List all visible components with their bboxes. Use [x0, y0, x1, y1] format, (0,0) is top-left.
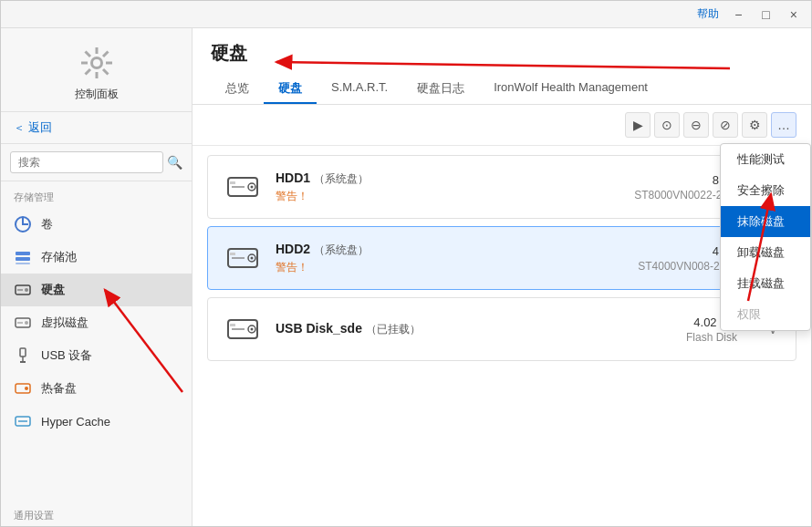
tab-harddisk[interactable]: 硬盘 — [264, 75, 317, 104]
hypercache-icon — [14, 412, 32, 430]
check-button[interactable]: ⊘ — [713, 112, 738, 138]
disk-item-hdd1[interactable]: HDD1（系统盘） 警告！ 8.00 TB ST8000VN0022-2EL11… — [207, 155, 796, 219]
tab-overview[interactable]: 总览 — [211, 75, 264, 104]
menu-permission: 权限 — [721, 299, 810, 330]
menu-unmount[interactable]: 卸载磁盘 — [721, 237, 810, 268]
hdd2-info: HDD2（系统盘） 警告！ — [276, 242, 638, 275]
svg-rect-20 — [20, 348, 26, 356]
body-area: 控制面板 ＜ 返回 🔍 存储管理 卷 — [1, 28, 811, 526]
harddisk-icon — [14, 281, 32, 299]
sidebar-item-label-vdisk: 虚拟磁盘 — [41, 315, 88, 331]
restore-button[interactable]: □ — [757, 6, 774, 23]
minus-button[interactable]: ⊖ — [683, 112, 709, 138]
svg-point-34 — [251, 257, 254, 260]
hdd2-icon — [223, 238, 263, 278]
svg-rect-36 — [230, 253, 235, 255]
svg-point-1 — [93, 59, 100, 67]
svg-rect-41 — [230, 324, 235, 326]
sidebar-header: 控制面板 — [1, 28, 192, 112]
menu-mount[interactable]: 挂载磁盘 — [721, 268, 810, 299]
usb-icon — [14, 346, 32, 365]
svg-point-39 — [251, 328, 254, 331]
svg-rect-11 — [16, 252, 30, 255]
sidebar-item-usb[interactable]: USB 设备 — [1, 339, 192, 372]
sidebar-item-label-volumes: 卷 — [41, 216, 53, 232]
search-input[interactable] — [10, 151, 163, 173]
sidebar-item-label-usb: USB 设备 — [41, 347, 92, 364]
control-panel-icon — [78, 45, 115, 81]
back-arrow-icon: ＜ — [14, 120, 25, 136]
sidebar-item-storage-pool[interactable]: 存储池 — [1, 241, 192, 274]
svg-line-7 — [103, 69, 109, 75]
sidebar-item-label-hotspare: 热备盘 — [41, 380, 77, 397]
svg-point-24 — [25, 387, 28, 390]
context-menu: 性能测试 安全擦除 抹除磁盘 卸载磁盘 挂载磁盘 权限 — [720, 143, 811, 331]
vdisk-icon — [14, 314, 32, 332]
back-button[interactable]: ＜ 返回 — [1, 112, 192, 144]
hotspare-icon — [14, 379, 32, 398]
menu-format[interactable]: 抹除磁盘 — [721, 206, 810, 237]
svg-rect-12 — [16, 257, 30, 261]
sidebar: 控制面板 ＜ 返回 🔍 存储管理 卷 — [1, 28, 193, 526]
tab-bar: 总览 硬盘 S.M.A.R.T. 硬盘日志 IronWolf Health Ma… — [211, 75, 793, 104]
tab-ironwolf[interactable]: IronWolf Health Management — [479, 75, 662, 104]
storage-pool-icon — [14, 248, 32, 266]
svg-rect-13 — [16, 263, 30, 264]
sidebar-item-label-harddisk: 硬盘 — [41, 282, 65, 298]
sidebar-app-title: 控制面板 — [75, 87, 119, 102]
svg-point-18 — [25, 321, 28, 325]
usb-sde-icon — [223, 309, 263, 349]
volumes-icon — [14, 215, 32, 233]
main-header: 硬盘 总览 硬盘 S.M.A.R.T. 硬盘日志 IronWolf Health… — [193, 28, 811, 105]
tab-disklog[interactable]: 硬盘日志 — [402, 75, 479, 104]
hdd1-info: HDD1（系统盘） 警告！ — [276, 170, 634, 204]
hdd1-name: HDD1（系统盘） — [276, 170, 634, 187]
stop-button[interactable]: ⊙ — [654, 112, 680, 138]
close-button[interactable]: × — [786, 6, 802, 23]
sidebar-item-label-storage-pool: 存储池 — [41, 249, 77, 265]
hdd1-icon — [223, 167, 263, 207]
menu-secure-erase[interactable]: 安全擦除 — [721, 175, 810, 206]
titlebar: 帮助 − □ × — [1, 1, 811, 28]
section-storage-label: 存储管理 — [1, 181, 192, 208]
search-box: 🔍 — [1, 144, 192, 181]
disk-item-usb-sde[interactable]: USB Disk_sde（已挂载） 4.02 GB Flash Disk ∨ — [207, 297, 796, 361]
sidebar-item-hotspare[interactable]: 热备盘 — [1, 372, 192, 405]
main-window: 帮助 − □ × — [0, 0, 812, 527]
search-button[interactable]: 🔍 — [167, 155, 182, 170]
svg-line-6 — [85, 52, 90, 57]
tab-smart[interactable]: S.M.A.R.T. — [317, 75, 402, 104]
hdd1-warning: 警告！ — [276, 189, 634, 204]
hdd2-badge: （系统盘） — [314, 243, 369, 256]
back-label: 返回 — [28, 119, 52, 136]
sidebar-item-volumes[interactable]: 卷 — [1, 208, 192, 241]
svg-line-8 — [103, 52, 109, 57]
play-button[interactable]: ▶ — [625, 112, 651, 138]
page-title: 硬盘 — [211, 41, 793, 66]
usb-sde-name: USB Disk_sde（已挂载） — [276, 321, 646, 337]
svg-point-29 — [251, 186, 254, 189]
usb-sde-badge: （已挂载） — [366, 323, 421, 336]
main-toolbar: ▶ ⊙ ⊖ ⊘ ⚙ … 性能测试 安全擦除 抹除磁盘 卸载磁盘 挂载磁盘 权限 — [193, 105, 811, 146]
section-general-label: 通用设置 — [1, 500, 192, 526]
sidebar-item-hypercache[interactable]: Hyper Cache — [1, 405, 192, 438]
svg-point-15 — [25, 288, 28, 292]
sidebar-item-harddisk[interactable]: 硬盘 — [1, 274, 192, 306]
sidebar-item-label-hypercache: Hyper Cache — [41, 415, 110, 429]
help-link[interactable]: 帮助 — [697, 6, 719, 22]
disk-item-hdd2[interactable]: HDD2（系统盘） 警告！ 4.00 TB ST4000VN008-2DR166 — [207, 226, 796, 290]
gear-button[interactable]: ⚙ — [742, 112, 767, 138]
svg-line-9 — [85, 69, 90, 75]
disk-list: HDD1（系统盘） 警告！ 8.00 TB ST8000VN0022-2EL11… — [193, 146, 811, 526]
svg-rect-31 — [230, 181, 235, 184]
more-button[interactable]: … — [771, 112, 796, 138]
menu-benchmark[interactable]: 性能测试 — [721, 144, 810, 175]
minimize-button[interactable]: − — [730, 6, 746, 23]
usb-sde-info: USB Disk_sde（已挂载） — [276, 321, 646, 337]
main-area: 硬盘 总览 硬盘 S.M.A.R.T. 硬盘日志 IronWolf Health… — [193, 28, 811, 526]
hdd2-warning: 警告！ — [276, 260, 638, 275]
hdd1-badge: （系统盘） — [314, 172, 369, 185]
sidebar-item-vdisk[interactable]: 虚拟磁盘 — [1, 306, 192, 339]
hdd2-name: HDD2（系统盘） — [276, 242, 638, 258]
